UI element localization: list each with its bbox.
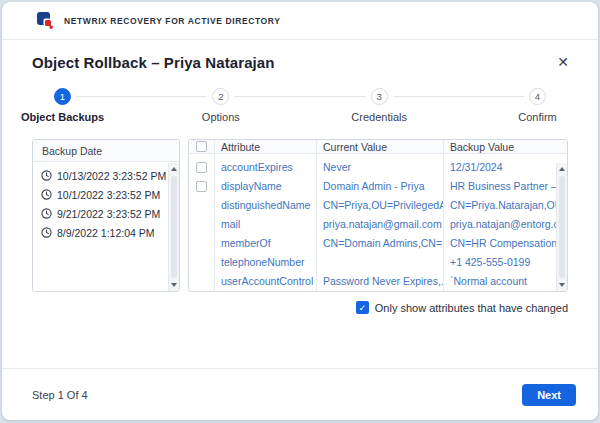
backup-value-cell[interactable]: CN=HR Compensation ... [444,234,568,253]
backup-date-text: 10/1/2022 3:23:52 PM [57,189,160,201]
backup-value-cell[interactable]: CN=Priya.Natarajan,OU... [444,196,568,215]
scrollbar-thumb[interactable] [559,176,565,278]
row-checkbox-cell[interactable] [189,158,214,177]
step-indicator-text: Step 1 Of 4 [32,389,88,401]
attribute-column-header: Attribute [215,140,316,154]
scroll-down-icon[interactable] [171,283,177,287]
attribute-cell[interactable]: displayName [215,177,316,196]
backup-date-item[interactable]: 10/1/2022 3:23:52 PM [41,185,167,204]
scrollbar-thumb[interactable] [171,176,177,278]
step-connector [393,96,524,97]
current-value-cell[interactable]: CN=Domain Admins,CN=... [317,234,443,253]
clock-icon [41,208,52,219]
step-label: Options [202,111,240,123]
attribute-cell[interactable]: distinguishedName [215,196,316,215]
filter-row: ✓ Only show attributes that have changed [32,301,568,314]
backup-date-text: 10/13/2022 3:23:52 PM [57,170,166,182]
scroll-up-icon[interactable] [171,167,177,171]
title-row: Object Rollback – Priya Natarajan ✕ [2,40,598,71]
backup-date-text: 9/21/2022 3:23:52 PM [57,208,160,220]
select-all-checkbox[interactable] [196,141,207,152]
netwrix-logo-icon [36,11,55,30]
step-content: Backup Date 10/13/2022 3:23:52 PM 10/1/2… [32,139,568,292]
clock-icon [41,170,52,181]
backup-value-cell[interactable]: +1 425-555-0199 [444,253,568,272]
row-checkbox-cell [189,272,214,291]
step-label: Confirm [518,111,557,123]
backup-value-cell[interactable]: priya.natajan@entorg.c... [444,215,568,234]
current-value-column: Current Value NeverDomain Admin - PriyaC… [317,140,444,291]
scroll-up-icon[interactable] [559,167,565,171]
current-value-cell[interactable]: Never [317,158,443,177]
row-checkbox-cell[interactable] [189,177,214,196]
clock-icon [41,189,52,200]
step-connector [234,96,365,97]
current-value-cell[interactable] [317,253,443,272]
backup-value-cell[interactable]: HR Business Partner – ... [444,177,568,196]
row-checkbox-cell [189,253,214,272]
backup-date-item[interactable]: 9/21/2022 3:23:52 PM [41,204,167,223]
current-value-cell[interactable]: Domain Admin - Priya [317,177,443,196]
step-number: 3 [371,88,388,105]
current-value-cell[interactable]: Password Never Expires,... [317,272,443,291]
row-checkbox[interactable] [196,162,207,173]
brand-text: NETWRIX RECOVERY FOR ACTIVE DIRECTORY [64,16,280,26]
backup-value-column: Backup Value 12/31/2024HR Business Partn… [444,140,568,291]
row-checkbox[interactable] [196,181,207,192]
backup-date-panel: Backup Date 10/13/2022 3:23:52 PM 10/1/2… [32,139,180,292]
table-scrollbar[interactable] [556,163,567,291]
backup-value-cell[interactable]: `Normal account [444,272,568,291]
attribute-cell[interactable]: mail [215,215,316,234]
close-button[interactable]: ✕ [554,53,572,71]
step-number: 2 [212,88,229,105]
backup-value-cell[interactable]: 12/31/2024 [444,158,568,177]
checkbox-column [189,140,215,291]
dialog-title: Object Rollback – Priya Natarajan [32,54,275,71]
next-button[interactable]: Next [522,384,576,406]
step-connector [76,96,207,97]
step-number: 1 [54,88,71,105]
only-changed-label: Only show attributes that have changed [375,302,568,314]
scroll-down-icon[interactable] [559,283,565,287]
footer: Step 1 Of 4 Next [2,368,598,420]
attribute-cell[interactable]: telephoneNumber [215,253,316,272]
wizard-stepper: 1 Object Backups 2 Options 3 Credentials… [54,85,546,129]
attributes-table: Attribute accountExpiresdisplayNamedisti… [188,139,568,292]
object-rollback-dialog: NETWRIX RECOVERY FOR ACTIVE DIRECTORY Ob… [2,2,598,420]
backup-date-text: 8/9/2022 1:12:04 PM [57,227,155,239]
only-changed-checkbox[interactable]: ✓ [356,301,369,314]
current-value-cell[interactable]: priya.natajan@gmail.com [317,215,443,234]
select-all-header [189,140,214,154]
backup-date-list: 10/13/2022 3:23:52 PM 10/1/2022 3:23:52 … [33,162,179,242]
backup-date-item[interactable]: 10/13/2022 3:23:52 PM [41,166,167,185]
clock-icon [41,227,52,238]
brand-bar: NETWRIX RECOVERY FOR ACTIVE DIRECTORY [2,2,598,40]
row-checkbox-cell [189,196,214,215]
backup-value-column-header: Backup Value [444,140,568,154]
step-label: Object Backups [21,111,104,123]
row-checkbox-cell [189,215,214,234]
attribute-column: Attribute accountExpiresdisplayNamedisti… [215,140,317,291]
step-number: 4 [529,88,546,105]
backup-date-header: Backup Date [33,140,179,162]
current-value-column-header: Current Value [317,140,443,154]
backup-date-item[interactable]: 8/9/2022 1:12:04 PM [41,223,167,242]
attribute-cell[interactable]: userAccountControl [215,272,316,291]
dates-scrollbar[interactable] [168,163,179,291]
row-checkbox-cell [189,234,214,253]
attribute-cell[interactable]: memberOf [215,234,316,253]
attribute-cell[interactable]: accountExpires [215,158,316,177]
current-value-cell[interactable]: CN=Priya,OU=PrivilegedA... [317,196,443,215]
step-label: Credentials [351,111,407,123]
